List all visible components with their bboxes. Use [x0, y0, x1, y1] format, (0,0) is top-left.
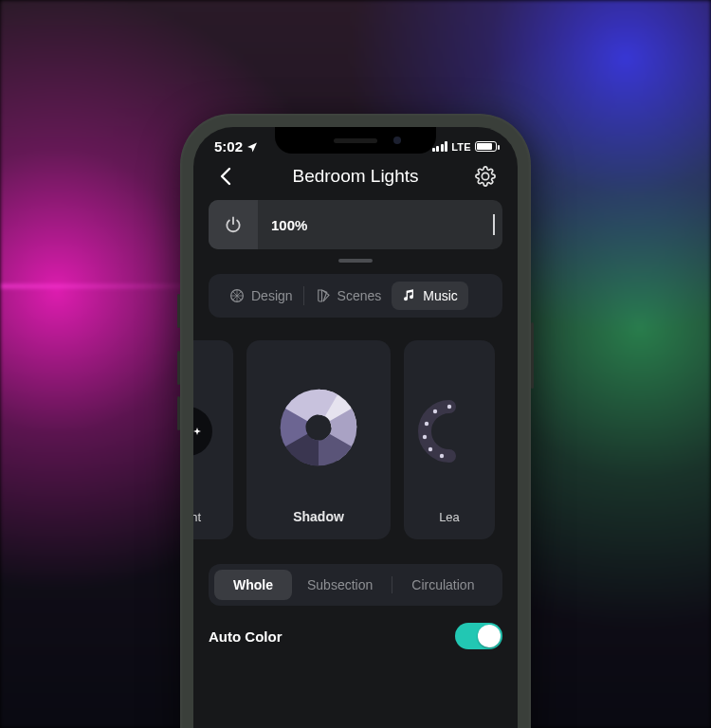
- power-icon: [224, 215, 243, 234]
- brightness-slider[interactable]: 100%: [209, 200, 502, 249]
- svg-point-9: [440, 454, 444, 458]
- svg-point-7: [423, 435, 427, 439]
- color-wheel-icon: [228, 287, 246, 304]
- mode-circulation[interactable]: Circulation: [396, 570, 489, 600]
- svg-point-5: [433, 410, 437, 413]
- brightness-value: 100%: [271, 217, 307, 233]
- phone-frame: 5:02 LTE Bedroom Lights: [180, 114, 531, 728]
- auto-color-toggle[interactable]: [455, 623, 502, 649]
- carrier-label: LTE: [451, 141, 471, 153]
- page-title: Bedroom Lights: [292, 166, 418, 187]
- effect-card-left[interactable]: rlight: [193, 340, 233, 539]
- gear-icon: [475, 166, 496, 187]
- mode-divider: [392, 576, 392, 593]
- segment-scenes[interactable]: Scenes: [304, 281, 392, 311]
- status-time: 5:02: [214, 138, 243, 155]
- effect-card-center[interactable]: Shadow: [246, 340, 391, 539]
- mode-subsection[interactable]: Subsection: [292, 570, 388, 600]
- chevron-left-icon: [219, 167, 232, 186]
- effect-left-label: rlight: [193, 510, 201, 524]
- app-header: Bedroom Lights: [193, 156, 518, 200]
- starlight-icon: [193, 397, 233, 465]
- segment-music-label: Music: [423, 288, 458, 303]
- swatch-icon: [315, 287, 332, 304]
- effect-center-label: Shadow: [293, 509, 344, 524]
- svg-point-3: [307, 416, 331, 440]
- svg-point-8: [428, 447, 432, 451]
- sheet-grabber[interactable]: [338, 259, 373, 263]
- phone-notch: [275, 127, 436, 154]
- music-note-icon: [402, 288, 417, 303]
- effect-card-right[interactable]: Lea: [404, 340, 495, 539]
- phone-screen: 5:02 LTE Bedroom Lights: [193, 127, 518, 728]
- back-button[interactable]: [212, 167, 239, 186]
- effects-carousel[interactable]: rlight: [193, 340, 518, 539]
- power-button[interactable]: [209, 200, 258, 249]
- segment-scenes-label: Scenes: [337, 288, 382, 303]
- mode-segmented-control: Design Scenes Music: [209, 274, 502, 318]
- battery-icon: [475, 141, 497, 152]
- brightness-handle[interactable]: [493, 214, 495, 235]
- shadow-aperture-icon: [246, 382, 391, 473]
- svg-point-6: [425, 422, 428, 426]
- ring-dots-icon: [404, 397, 495, 465]
- settings-button[interactable]: [472, 166, 499, 187]
- svg-point-4: [447, 405, 451, 409]
- auto-color-row: Auto Color: [209, 623, 502, 653]
- segment-design[interactable]: Design: [218, 281, 303, 311]
- effect-right-label: Lea: [439, 510, 460, 524]
- location-arrow-icon: [246, 141, 258, 153]
- segment-design-label: Design: [251, 288, 293, 303]
- brightness-track[interactable]: 100%: [258, 200, 502, 249]
- mode-whole[interactable]: Whole: [214, 570, 292, 600]
- section-mode-tabs: Whole Subsection Circulation: [209, 564, 502, 606]
- auto-color-label: Auto Color: [209, 628, 282, 645]
- segment-music[interactable]: Music: [392, 282, 468, 310]
